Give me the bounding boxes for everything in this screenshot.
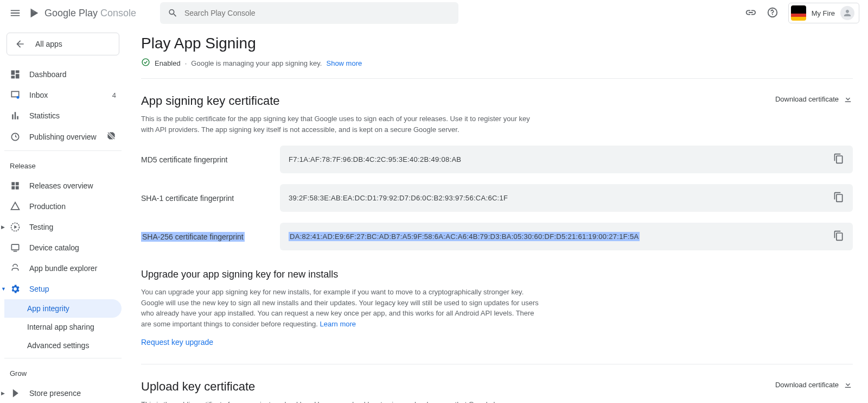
help-icon[interactable]	[767, 7, 778, 20]
section-desc-upload-key: This is the public certificate for your …	[141, 399, 532, 403]
cert-row-sha1: SHA-1 certificate fingerprint 39:2F:58:3…	[141, 184, 853, 212]
sidebar-header-grow: Grow	[4, 362, 122, 383]
sidebar-item-advanced-settings[interactable]: Advanced settings	[4, 336, 122, 355]
download-icon	[843, 380, 853, 389]
svg-rect-3	[11, 244, 18, 250]
download-icon	[843, 94, 853, 104]
enabled-label: Enabled	[155, 59, 181, 67]
copy-icon[interactable]	[833, 153, 844, 166]
sidebar-item-testing[interactable]: ▶ Testing	[4, 217, 122, 237]
download-certificate-button[interactable]: Download certificate	[775, 94, 853, 104]
sidebar-item-inbox[interactable]: Inbox 4	[4, 85, 122, 105]
store-icon	[10, 388, 21, 399]
releases-icon	[10, 180, 21, 191]
sha1-label: SHA-1 certificate fingerprint	[141, 194, 280, 203]
all-apps-label: All apps	[35, 40, 62, 48]
section-title-upload-key: Upload key certificate	[141, 380, 775, 394]
svg-point-0	[17, 96, 20, 99]
caret-down-icon: ▼	[1, 286, 6, 292]
sidebar-item-statistics[interactable]: Statistics	[4, 105, 122, 126]
copy-icon[interactable]	[833, 192, 844, 204]
sidebar-item-publishing-overview[interactable]: Publishing overview	[4, 126, 122, 147]
sidebar-header-release: Release	[4, 154, 122, 175]
testing-icon	[10, 222, 21, 232]
svg-point-4	[142, 59, 149, 66]
page-title: Play App Signing	[141, 35, 853, 52]
show-more-link[interactable]: Show more	[326, 59, 362, 67]
dashboard-icon	[10, 69, 21, 80]
main-content: Play App Signing Enabled · Google is man…	[126, 26, 868, 403]
sidebar: All apps Dashboard Inbox 4 Statistics Pu…	[0, 26, 126, 403]
caret-right-icon: ▶	[1, 224, 5, 230]
back-arrow-icon	[15, 39, 25, 49]
all-apps-button[interactable]: All apps	[7, 33, 119, 55]
copy-icon[interactable]	[833, 230, 844, 243]
statistics-icon	[10, 110, 21, 121]
sidebar-item-app-integrity[interactable]: App integrity	[4, 299, 122, 318]
sidebar-item-internal-app-sharing[interactable]: Internal app sharing	[4, 318, 122, 336]
sidebar-item-setup[interactable]: ▼ Setup	[4, 279, 122, 299]
app-selector[interactable]: My Fire	[788, 3, 859, 23]
production-icon	[10, 201, 21, 212]
md5-label: MD5 certificate fingerprint	[141, 155, 280, 164]
caret-right-icon: ▶	[1, 391, 5, 396]
upgrade-title: Upgrade your app signing key for new ins…	[141, 269, 853, 280]
sha1-value: 39:2F:58:3E:AB:EA:DC:D1:79:92:D7:D6:0C:B…	[289, 194, 828, 202]
cert-row-sha256: SHA-256 certificate fingerprint DA:82:41…	[141, 223, 853, 250]
publish-off-icon	[106, 131, 116, 142]
md5-value: F7:1A:AF:78:7F:96:DB:4C:2C:95:3E:40:2B:4…	[289, 155, 828, 163]
cert-row-md5: MD5 certificate fingerprint F7:1A:AF:78:…	[141, 146, 853, 173]
device-icon	[10, 242, 21, 253]
hamburger-menu-icon[interactable]	[9, 7, 22, 20]
inbox-icon	[10, 90, 21, 100]
sidebar-item-production[interactable]: Production	[4, 196, 122, 217]
inbox-badge: 4	[112, 91, 116, 99]
link-icon[interactable]	[745, 7, 757, 20]
sidebar-item-dashboard[interactable]: Dashboard	[4, 64, 122, 85]
app-name: My Fire	[812, 9, 835, 17]
search-input[interactable]	[184, 9, 451, 17]
sidebar-item-app-bundle-explorer[interactable]: App bundle explorer	[4, 258, 122, 279]
search-bar[interactable]	[160, 2, 458, 24]
publishing-icon	[10, 131, 21, 142]
section-desc-signing-key: This is the public certificate for the a…	[141, 114, 532, 135]
sidebar-item-store-presence[interactable]: ▶ Store presence	[4, 383, 122, 403]
logo-text: Google Play Console	[44, 8, 136, 19]
gear-icon	[10, 284, 21, 294]
search-icon	[168, 8, 178, 18]
sha256-value: DA:82:41:AD:E9:6F:27:BC:AD:B7:A5:9F:58:6…	[289, 232, 640, 241]
check-circle-icon	[141, 58, 150, 68]
sha256-label: SHA-256 certificate fingerprint	[141, 232, 245, 242]
sidebar-item-releases-overview[interactable]: Releases overview	[4, 175, 122, 196]
play-console-logo[interactable]: Google Play Console	[28, 7, 136, 19]
sidebar-item-device-catalog[interactable]: Device catalog	[4, 237, 122, 258]
bundle-icon	[10, 263, 21, 274]
play-logo-icon	[28, 7, 40, 19]
download-upload-certificate-button[interactable]: Download certificate	[775, 380, 853, 389]
section-title-signing-key: App signing key certificate	[141, 94, 775, 108]
request-key-upgrade-link[interactable]: Request key upgrade	[141, 338, 213, 347]
app-icon	[791, 5, 806, 21]
managing-text: Google is managing your app signing key.	[191, 59, 322, 67]
learn-more-link[interactable]: Learn more	[320, 320, 356, 328]
user-avatar[interactable]	[840, 6, 854, 20]
